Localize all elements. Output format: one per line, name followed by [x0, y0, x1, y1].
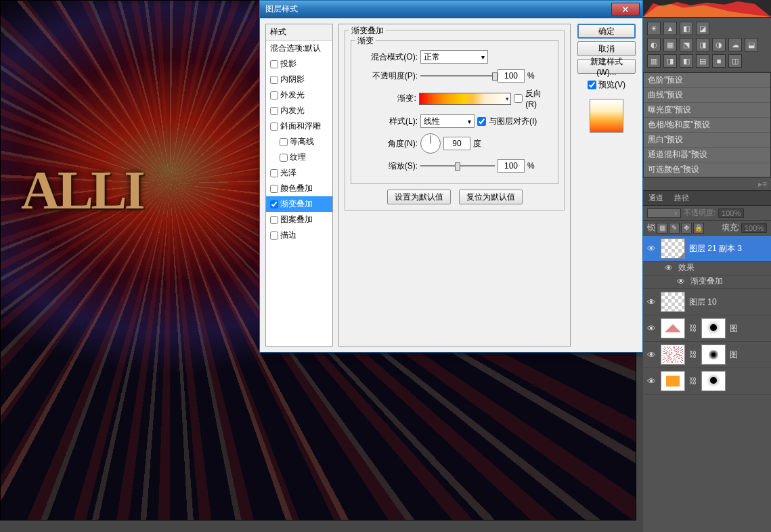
visibility-toggle[interactable]: 👁: [646, 296, 657, 307]
layer-row[interactable]: 👁 图层 10: [643, 289, 771, 315]
swatch-icon-2[interactable]: ◧: [680, 54, 693, 68]
dialog-close-button[interactable]: ✕: [611, 3, 640, 16]
tab-paths[interactable]: 路径: [669, 191, 695, 205]
lock-all-icon[interactable]: 🔒: [693, 223, 704, 234]
ok-button[interactable]: 确定: [577, 24, 636, 39]
swatch-icon-1[interactable]: ◨: [663, 54, 677, 68]
mask-thumbnail[interactable]: [701, 345, 726, 365]
blend-mode-dropdown[interactable]: [647, 208, 681, 218]
swatch-icon-0[interactable]: ▥: [647, 54, 661, 68]
swatch-icon-3[interactable]: ▤: [696, 54, 709, 68]
adjustment-icon-2[interactable]: ⬔: [680, 38, 693, 51]
opacity-slider[interactable]: [420, 71, 495, 81]
gradient-picker[interactable]: [419, 93, 512, 105]
new-style-button[interactable]: 新建样式(W)...: [577, 59, 636, 74]
preset-item-4[interactable]: 黑白"预设: [644, 133, 770, 148]
style-checkbox[interactable]: [280, 154, 288, 162]
layer-thumbnail[interactable]: [661, 238, 685, 259]
mask-thumbnail[interactable]: [701, 371, 726, 391]
layer-thumbnail[interactable]: [661, 292, 685, 312]
reverse-checkbox[interactable]: [514, 94, 523, 103]
scale-input[interactable]: [498, 159, 525, 173]
panel-opacity-value[interactable]: 100%: [718, 208, 744, 218]
adjustment-icon-2[interactable]: ◧: [680, 22, 693, 35]
style-item-4[interactable]: 斜面和浮雕: [266, 118, 332, 134]
layer-thumbnail[interactable]: [661, 318, 685, 338]
style-item-9[interactable]: 渐变叠加: [266, 196, 332, 212]
style-item-8[interactable]: 颜色叠加: [266, 181, 332, 196]
style-checkbox[interactable]: [270, 200, 278, 208]
layer-name[interactable]: 图层 10: [689, 296, 717, 308]
visibility-toggle[interactable]: 👁: [646, 349, 657, 360]
preview-toggle[interactable]: 预览(V): [588, 79, 625, 91]
style-item-1[interactable]: 内阴影: [266, 72, 332, 87]
preset-item-6[interactable]: 可选颜色"预设: [644, 162, 770, 177]
style-item-2[interactable]: 外发光: [266, 87, 332, 103]
style-checkbox[interactable]: [270, 123, 278, 131]
blend-options-item[interactable]: 混合选项:默认: [266, 41, 332, 56]
align-checkbox[interactable]: [477, 117, 486, 126]
link-icon[interactable]: ⛓: [689, 376, 697, 386]
dialog-titlebar[interactable]: 图层样式 ✕: [260, 1, 642, 18]
visibility-toggle[interactable]: 👁: [646, 243, 657, 254]
style-checkbox[interactable]: [280, 138, 288, 146]
angle-dial[interactable]: [420, 133, 441, 154]
layer-row[interactable]: 👁 ⛓: [643, 368, 771, 395]
style-item-7[interactable]: 光泽: [266, 165, 332, 181]
lock-position-icon[interactable]: ✥: [681, 223, 692, 234]
preset-item-1[interactable]: 曲线"预设: [644, 88, 770, 103]
adjustment-icon-1[interactable]: ▲: [663, 22, 677, 35]
style-checkbox[interactable]: [270, 107, 278, 115]
visibility-toggle[interactable]: 👁: [676, 276, 686, 287]
cancel-button[interactable]: 取消: [577, 41, 636, 56]
link-icon[interactable]: ⛓: [689, 349, 697, 360]
scale-slider[interactable]: [420, 161, 495, 171]
preset-item-0[interactable]: 色阶"预设: [644, 73, 770, 88]
lock-transparency-icon[interactable]: ▦: [657, 223, 667, 234]
layer-name[interactable]: 图: [730, 323, 738, 334]
visibility-toggle[interactable]: 👁: [646, 323, 657, 334]
style-item-11[interactable]: 描边: [266, 227, 332, 243]
link-icon[interactable]: ⛓: [689, 323, 697, 334]
preset-item-3[interactable]: 色相/饱和度"预设: [644, 118, 770, 133]
effect-group[interactable]: 👁 效果: [643, 262, 771, 275]
layer-row[interactable]: 👁 ⛓ 图: [643, 342, 771, 368]
style-checkbox[interactable]: [270, 169, 278, 177]
layer-row[interactable]: 👁 ⛓ 图: [643, 315, 771, 342]
style-checkbox[interactable]: [270, 216, 278, 224]
visibility-toggle[interactable]: 👁: [646, 376, 657, 386]
swatch-icon-5[interactable]: ◫: [728, 54, 742, 68]
layer-name[interactable]: 图层 21 副本 3: [689, 243, 742, 254]
style-checkbox[interactable]: [270, 91, 278, 99]
effect-item[interactable]: 👁 渐变叠加: [643, 275, 771, 289]
layer-thumbnail[interactable]: [661, 345, 685, 365]
opacity-input[interactable]: [498, 69, 525, 83]
visibility-toggle[interactable]: 👁: [663, 263, 674, 273]
lock-paint-icon[interactable]: ✎: [669, 223, 680, 234]
adjustment-icon-6[interactable]: ⬓: [745, 38, 758, 51]
style-select[interactable]: 线性: [420, 114, 475, 128]
mask-thumbnail[interactable]: [701, 318, 726, 338]
style-checkbox[interactable]: [270, 185, 278, 193]
reset-default-button[interactable]: 复位为默认值: [459, 190, 523, 204]
style-item-0[interactable]: 投影: [266, 56, 332, 72]
style-item-5[interactable]: 等高线: [266, 134, 332, 150]
tab-channels[interactable]: 通道: [643, 191, 669, 205]
adjustment-icon-3[interactable]: ◪: [696, 22, 709, 35]
adjustment-icon-5[interactable]: ☁: [728, 38, 742, 51]
adjustment-icon-0[interactable]: ☀: [647, 22, 661, 35]
adjustment-icon-3[interactable]: ◨: [696, 38, 709, 51]
style-checkbox[interactable]: [270, 231, 278, 240]
angle-input[interactable]: [443, 137, 470, 150]
preset-item-2[interactable]: 曝光度"预设: [644, 103, 770, 118]
style-checkbox[interactable]: [270, 76, 278, 84]
layer-row[interactable]: 👁 图层 21 副本 3: [643, 236, 771, 262]
preset-item-5[interactable]: 通道混和器"预设: [644, 148, 770, 162]
style-item-3[interactable]: 内发光: [266, 103, 332, 118]
adjustment-icon-1[interactable]: ▦: [663, 38, 677, 51]
layer-name[interactable]: 图: [730, 349, 738, 361]
swatch-icon-4[interactable]: ■: [712, 54, 726, 68]
style-checkbox[interactable]: [270, 60, 278, 68]
style-list-header[interactable]: 样式: [266, 24, 332, 41]
style-item-6[interactable]: 纹理: [266, 150, 332, 165]
